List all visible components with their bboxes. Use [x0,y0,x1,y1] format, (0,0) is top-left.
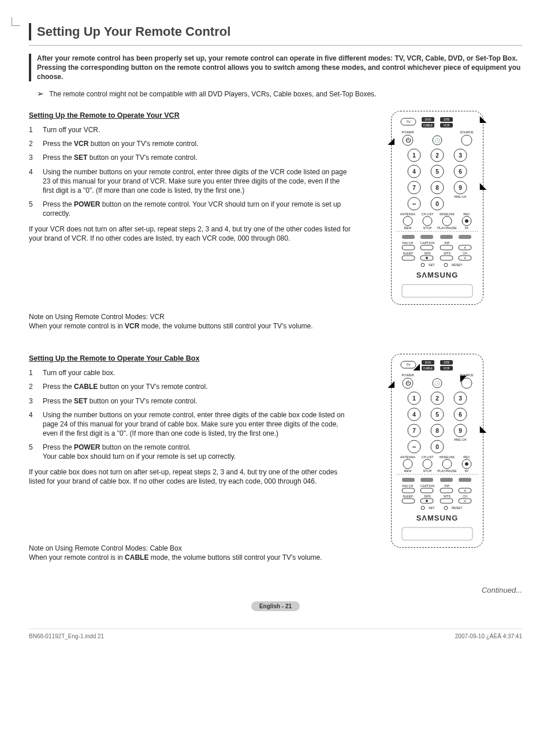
svg-text:ANTENNA: ANTENNA [400,455,416,459]
cable-text-column: Setting Up the Remote to Operate Your Ca… [29,354,352,562]
svg-rect-163 [402,527,472,540]
vcr-step-1: 1Turn off your VCR. [29,125,352,134]
cable-note-title: Note on Using Remote Control Modes: Cabl… [29,544,352,553]
svg-text:6: 6 [459,411,462,418]
svg-text:STOP: STOP [423,226,432,230]
vcr-remote-column: ◣ ◢ ◣ TV DVD STB CABLE VCR POWER ⏻ 🕓 SOU… [352,111,522,331]
svg-point-72 [426,257,428,259]
svg-text:6: 6 [459,169,462,175]
cable-note: Note on Using Remote Control Modes: Cabl… [29,544,352,562]
cable-step-2: 2Press the CABLE button on your TV's rem… [29,382,352,391]
cable-remote-column: ◢ ◤ ◢ ◣ TV DVD STB CABLE VCR POWER ⏻ 🕓 S… [352,354,522,562]
svg-text:2: 2 [435,152,439,159]
svg-point-78 [444,263,448,267]
svg-text:CAPTION: CAPTION [420,484,434,488]
svg-text:RESET: RESET [452,263,463,267]
svg-text:⏻: ⏻ [405,137,411,143]
svg-text:MTS: MTS [444,495,451,498]
svg-rect-144 [420,488,433,493]
cable-step-1: 1Turn off your cable box. [29,368,352,377]
svg-text:3: 3 [459,152,462,159]
svg-text:SOURCE: SOURCE [460,130,474,134]
page-title: Setting Up Your Remote Control [29,23,522,40]
svg-text:CH LIST: CH LIST [421,212,434,216]
svg-rect-136 [402,478,415,482]
svg-text:TV: TV [406,363,411,366]
svg-text:PIP: PIP [445,241,450,245]
arrow-indicator-icon: ◢ [388,379,394,390]
vcr-note-body: When your remote control is in VCR mode,… [29,321,352,331]
svg-text:🕓: 🕓 [434,380,440,386]
svg-point-127 [423,459,432,469]
svg-point-160 [444,506,448,510]
svg-text:9: 9 [459,185,462,191]
svg-text:SET: SET [429,263,435,267]
svg-text:POWER: POWER [402,373,414,377]
svg-text:9: 9 [459,428,462,434]
svg-point-76 [421,263,425,267]
svg-text:8: 8 [435,185,439,191]
vcr-step-4: 4Using the number buttons on your remote… [29,167,352,196]
footer: BN68-01192T_Eng-1.indd 21 2007-09-10 ¿ÀÈ… [29,628,522,641]
cable-steps: 1Turn off your cable box. 2Press the CAB… [29,368,352,462]
svg-text:8: 8 [435,428,439,434]
svg-text:∨: ∨ [464,256,466,260]
svg-rect-152 [402,499,415,503]
vcr-fallback: If your VCR does not turn on after set-u… [29,224,352,243]
continued-label: Continued... [29,585,522,596]
vcr-text-column: Setting Up the Remote to Operate Your VC… [29,111,352,331]
vcr-heading: Setting Up the Remote to Operate Your VC… [29,111,352,121]
svg-text:CH LIST: CH LIST [421,455,434,459]
svg-text:ANTENNA: ANTENNA [400,212,416,216]
svg-text:–: – [412,443,416,451]
svg-text:SLEEP: SLEEP [403,252,413,255]
svg-text:∧: ∧ [464,246,466,249]
svg-text:REW: REW [404,226,412,230]
arrow-indicator-icon: ◣ [480,181,486,192]
svg-text:FAV.CH: FAV.CH [403,241,414,245]
note-arrow-icon: ➢ [37,89,44,98]
remote-diagram-vcr: ◣ ◢ ◣ TV DVD STB CABLE VCR POWER ⏻ 🕓 SOU… [391,111,483,305]
svg-point-130 [465,462,468,466]
svg-rect-54 [402,235,415,239]
svg-text:REC: REC [463,212,470,216]
svg-text:SRS: SRS [424,252,431,255]
svg-text:POWER: POWER [402,130,414,134]
cable-step-5: 5Press the POWER button on the remote co… [29,443,352,461]
svg-text:CABLE: CABLE [423,123,433,127]
vcr-step-2: 2Press the VCR button on your TV's remot… [29,139,352,148]
svg-rect-57 [459,235,471,239]
svg-rect-63 [440,245,453,250]
svg-text:FF: FF [465,469,469,473]
svg-text:7: 7 [412,185,416,191]
svg-text:MTS: MTS [444,252,451,255]
svg-text:FAV.CH: FAV.CH [403,484,414,488]
svg-text:PRE-CH: PRE-CH [454,438,466,441]
svg-point-158 [421,506,425,510]
title-underline [29,45,522,46]
vcr-steps: 1Turn off your VCR. 2Press the VCR butto… [29,125,352,219]
svg-text:CAPTION: CAPTION [420,241,434,245]
svg-text:STB: STB [444,118,449,121]
compat-note-text: The remote control might not be compatib… [49,90,376,98]
svg-text:SRS: SRS [424,495,431,498]
svg-text:FF: FF [465,226,469,230]
svg-text:WISELINK: WISELINK [440,455,455,459]
svg-text:PLAY/PAUSE: PLAY/PAUSE [437,226,457,230]
remote-svg: TV DVD STB CABLE VCR POWER ⏻ 🕓 SOURCE 1 … [395,116,479,301]
svg-rect-56 [440,235,453,239]
cable-fallback: If your cable box does not turn on after… [29,467,352,486]
number-pad: 1 2 3 4 5 6 7 8 9 – 0 PRE-CH [408,149,467,210]
intro-paragraph: After your remote control has been prope… [29,54,522,82]
svg-text:3: 3 [459,395,462,402]
svg-text:PLAY/PAUSE: PLAY/PAUSE [437,469,457,473]
svg-rect-81 [402,285,472,297]
svg-text:REC: REC [463,455,470,459]
svg-text:SΛMSUNG: SΛMSUNG [416,514,459,522]
vcr-step-5: 5Press the POWER button on the remote co… [29,200,352,218]
svg-point-154 [426,500,428,502]
svg-text:–: – [412,200,416,208]
svg-text:CABLE: CABLE [423,366,433,370]
svg-text:CH: CH [463,495,467,498]
arrow-indicator-icon: ◢ [388,136,394,147]
